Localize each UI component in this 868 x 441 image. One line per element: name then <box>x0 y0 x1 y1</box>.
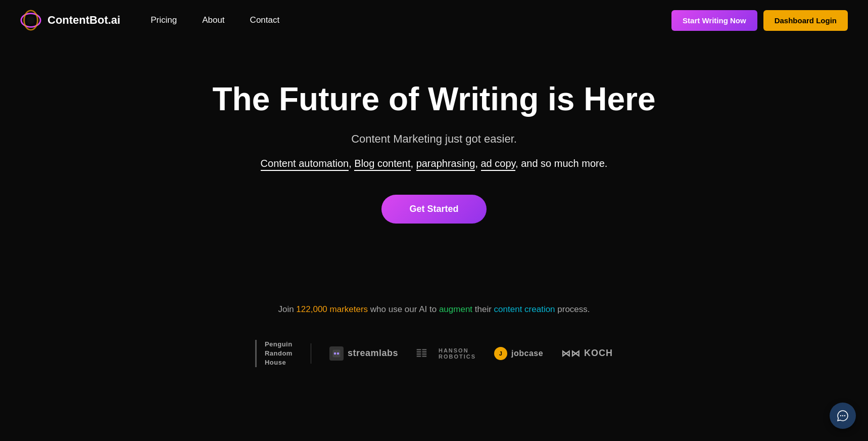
get-started-button[interactable]: Get Started <box>381 195 486 224</box>
svg-rect-8 <box>417 354 421 355</box>
hanson-line1: HANSON <box>439 347 476 354</box>
social-proof-middle: who use our AI to <box>368 304 439 314</box>
koch-label: KOCH <box>584 348 613 359</box>
jobcase-icon-text: J <box>499 350 503 357</box>
dashboard-login-button[interactable]: Dashboard Login <box>763 10 848 31</box>
social-proof-prefix: Join <box>278 304 296 314</box>
social-proof-highlight1: 122,000 marketers <box>296 304 368 314</box>
hero-subtitle: Content Marketing just got easier. <box>351 133 517 146</box>
hanson-line2: ROBOTICS <box>439 354 476 360</box>
navbar: ContentBot.ai Pricing About Contact Star… <box>0 0 868 40</box>
koch-prefix: ⋈⋈ <box>561 348 580 359</box>
hero-section: The Future of Writing is Here Content Ma… <box>0 40 868 294</box>
svg-rect-13 <box>422 356 426 357</box>
svg-rect-6 <box>417 349 421 350</box>
penguin-text: PenguinRandomHouse <box>265 340 293 368</box>
svg-point-2 <box>27 16 34 24</box>
nav-left: ContentBot.ai Pricing About Contact <box>20 10 279 31</box>
start-writing-button[interactable]: Start Writing Now <box>671 10 757 31</box>
social-proof-highlight3: content creation <box>494 304 555 314</box>
hero-title: The Future of Writing is Here <box>212 81 655 118</box>
streamlabs-icon <box>329 346 344 361</box>
hero-features: Content automation, Blog content, paraph… <box>261 158 608 169</box>
svg-rect-12 <box>422 354 426 355</box>
svg-rect-11 <box>422 351 426 352</box>
brand-hanson-robotics: HANSON ROBOTICS <box>416 347 476 360</box>
social-proof-text: Join 122,000 marketers who use our AI to… <box>278 304 590 315</box>
jobcase-icon: J <box>494 347 507 360</box>
social-proof-highlight2: augment <box>439 304 472 314</box>
features-suffix: , and so much more. <box>515 158 607 169</box>
comma1: , <box>349 158 354 169</box>
svg-point-16 <box>844 415 845 416</box>
brand-jobcase: J jobcase <box>494 347 543 360</box>
comma2: , <box>411 158 416 169</box>
about-link[interactable]: About <box>202 15 224 25</box>
chat-button[interactable] <box>830 403 856 429</box>
jobcase-label: jobcase <box>511 349 543 358</box>
social-proof-middle2: their <box>472 304 494 314</box>
contact-link[interactable]: Contact <box>250 15 280 25</box>
nav-links: Pricing About Contact <box>151 15 279 25</box>
pricing-link[interactable]: Pricing <box>151 15 177 25</box>
comma3: , <box>475 158 480 169</box>
svg-point-5 <box>337 352 340 355</box>
svg-rect-10 <box>422 349 426 350</box>
nav-right: Start Writing Now Dashboard Login <box>671 10 848 31</box>
social-proof-suffix: process. <box>555 304 590 314</box>
feature-ad-copy[interactable]: ad copy <box>481 158 516 171</box>
brand-koch: ⋈⋈ KOCH <box>561 348 613 359</box>
feature-blog-content[interactable]: Blog content <box>354 158 410 171</box>
hanson-text: HANSON ROBOTICS <box>439 347 476 360</box>
brand-name: ContentBot.ai <box>47 14 120 27</box>
svg-rect-9 <box>417 356 421 357</box>
brand-penguin-random-house: PenguinRandomHouse <box>255 340 293 368</box>
svg-point-4 <box>334 352 336 355</box>
svg-point-15 <box>842 415 843 416</box>
svg-point-14 <box>840 415 841 416</box>
brand-divider-1 <box>311 343 311 364</box>
logo-icon <box>20 10 41 31</box>
nav-item-contact[interactable]: Contact <box>250 15 280 25</box>
svg-rect-7 <box>417 351 421 352</box>
chat-icon <box>837 410 849 422</box>
streamlabs-logo-icon <box>332 349 341 358</box>
nav-item-pricing[interactable]: Pricing <box>151 15 177 25</box>
hanson-icon <box>416 347 435 360</box>
feature-content-automation[interactable]: Content automation <box>261 158 349 171</box>
nav-item-about[interactable]: About <box>202 15 224 25</box>
brand-streamlabs: streamlabs <box>329 346 398 361</box>
feature-paraphrasing[interactable]: paraphrasing <box>416 158 475 171</box>
logo[interactable]: ContentBot.ai <box>20 10 120 31</box>
streamlabs-label: streamlabs <box>348 348 398 359</box>
brand-logos: PenguinRandomHouse streamlabs <box>255 340 613 368</box>
social-proof-section: Join 122,000 marketers who use our AI to… <box>0 294 868 388</box>
